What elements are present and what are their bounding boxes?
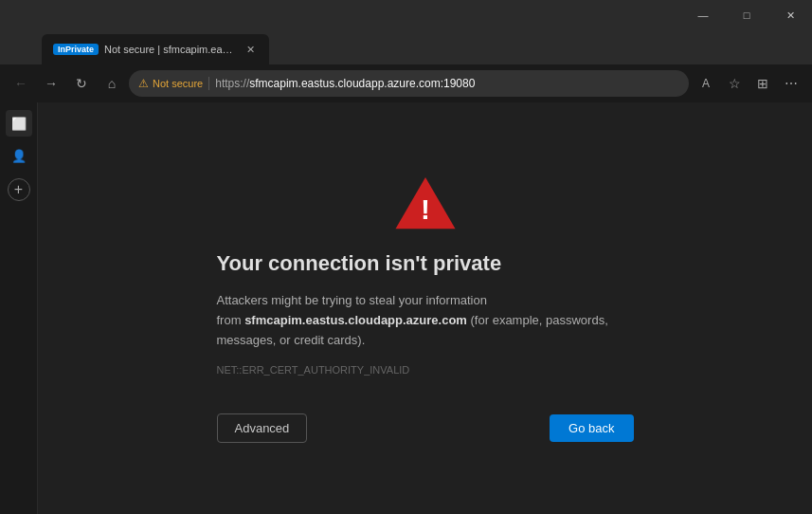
error-code: NET::ERR_CERT_AUTHORITY_INVALID [217, 364, 410, 376]
page-content: ! Your connection isn't private Attacker… [38, 102, 812, 514]
navbar: ← → ↻ ⌂ ⚠ Not secure https://sfmcapim.ea… [0, 64, 812, 102]
address-domain: sfmcapim.eastus.cloudapp.azure.com [249, 77, 440, 90]
sidebar-btn-profile[interactable]: 👤 [6, 142, 32, 169]
maximize-button[interactable]: □ [725, 0, 768, 30]
address-protocol: https:// [215, 77, 249, 90]
titlebar: — □ ✕ [0, 0, 812, 30]
favorites-button[interactable]: ☆ [721, 70, 748, 97]
address-divider [208, 77, 209, 90]
back-button[interactable]: ← [8, 70, 34, 97]
more-button[interactable]: ⋯ [778, 70, 804, 97]
titlebar-controls: — □ ✕ [681, 0, 812, 30]
sidebar: ⬜ 👤 + [0, 102, 38, 514]
tabbar: InPrivate Not secure | sfmcapim.eastus.c… [0, 30, 812, 64]
refresh-button[interactable]: ↻ [68, 70, 95, 97]
advanced-button[interactable]: Advanced [217, 413, 308, 443]
inprivate-badge: InPrivate [53, 44, 99, 55]
minimize-button[interactable]: — [681, 0, 725, 30]
error-title: Your connection isn't private [217, 251, 502, 276]
close-button[interactable]: ✕ [768, 0, 812, 30]
address-port: :19080 [441, 77, 476, 90]
error-card: ! Your connection isn't private Attacker… [179, 155, 672, 461]
nav-icons-right: A ☆ ⊞ ⋯ [693, 70, 804, 97]
security-label: Not secure [153, 78, 203, 89]
go-back-button[interactable]: Go back [550, 414, 633, 442]
address-bar[interactable]: ⚠ Not secure https://sfmcapim.eastus.clo… [129, 70, 689, 97]
browser-body: ⬜ 👤 + ! Your connection isn't private At… [0, 102, 812, 514]
tab-title: Not secure | sfmcapim.eastus.clo... [104, 44, 237, 55]
svg-text:!: ! [421, 193, 430, 225]
read-aloud-button[interactable]: A [693, 70, 719, 97]
error-domain: sfmcapim.eastus.cloudapp.azure.com [244, 313, 467, 327]
forward-button[interactable]: → [38, 70, 64, 97]
sidebar-add-button[interactable]: + [8, 178, 30, 201]
address-text: https://sfmcapim.eastus.cloudapp.azure.c… [215, 77, 679, 90]
tab-close-icon[interactable]: ✕ [243, 42, 258, 57]
sidebar-btn-tabs[interactable]: ⬜ [6, 110, 32, 137]
error-description: Attackers might be trying to steal your … [217, 291, 634, 350]
warning-triangle-icon: ! [392, 174, 459, 232]
button-row: Advanced Go back [217, 413, 634, 443]
home-button[interactable]: ⌂ [99, 70, 125, 97]
collections-button[interactable]: ⊞ [749, 70, 776, 97]
active-tab[interactable]: InPrivate Not secure | sfmcapim.eastus.c… [42, 34, 269, 64]
security-warning: ⚠ Not secure [138, 77, 203, 90]
warning-icon: ⚠ [138, 77, 149, 90]
